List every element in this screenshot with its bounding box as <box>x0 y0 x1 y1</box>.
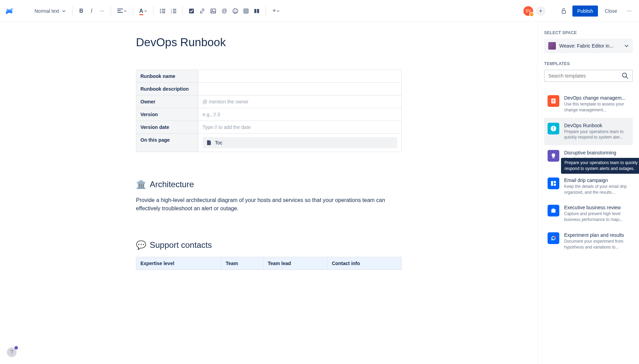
svg-rect-12 <box>244 9 248 13</box>
bold-button[interactable]: B <box>76 6 87 16</box>
close-button[interactable]: Close <box>601 6 621 17</box>
toc-label: Toc <box>215 140 223 145</box>
template-title: Email drip campaign <box>564 178 629 183</box>
version-placeholder[interactable]: e.g., 2.3 <box>198 108 402 121</box>
text-style-label: Normal text <box>35 8 59 14</box>
page-title[interactable]: DevOps Runbook <box>136 36 402 49</box>
select-space-label: SELECT SPACE <box>544 30 633 35</box>
insert-button[interactable]: + <box>269 6 282 16</box>
template-desc: Prepare your operations team to quickly … <box>564 129 629 141</box>
architecture-heading[interactable]: 🏛️ Architecture <box>136 180 402 189</box>
svg-point-16 <box>622 73 627 77</box>
confluence-logo <box>5 7 14 16</box>
bullet-list-button[interactable] <box>157 6 168 16</box>
col-expertise[interactable]: Expertise level <box>136 257 222 270</box>
templates-sidebar: SELECT SPACE Weave: Fabric Editor in... … <box>538 22 639 364</box>
more-actions-button[interactable]: ··· <box>624 6 634 16</box>
editor-area[interactable]: DevOps Runbook Runbook name Runbook desc… <box>0 22 538 364</box>
mention-button[interactable]: @ <box>219 6 230 16</box>
toc-macro[interactable]: Toc <box>203 137 397 148</box>
svg-rect-24 <box>554 184 556 186</box>
template-title: DevOps change managem... <box>564 95 629 101</box>
image-button[interactable] <box>208 6 219 16</box>
space-icon <box>548 42 556 50</box>
svg-point-1 <box>160 10 161 11</box>
notification-dot-icon <box>14 346 18 350</box>
template-item[interactable]: Executive business review Capture and pr… <box>544 200 633 228</box>
svg-rect-23 <box>554 181 556 183</box>
template-item[interactable]: DevOps Runbook Prepare your operations t… <box>544 118 633 145</box>
template-item[interactable]: Experiment plan and results Document you… <box>544 228 633 255</box>
template-icon <box>548 232 559 244</box>
link-button[interactable] <box>197 6 208 16</box>
col-contact-info[interactable]: Contact info <box>327 257 401 270</box>
label-owner[interactable]: Owner <box>136 95 198 108</box>
label-version-date[interactable]: Version date <box>136 121 198 134</box>
svg-rect-14 <box>257 9 259 13</box>
label-runbook-description[interactable]: Runbook description <box>136 83 198 95</box>
template-item[interactable]: Email drip campaign Keep the details of … <box>544 173 633 200</box>
runbook-info-table[interactable]: Runbook name Runbook description Owner@ … <box>136 70 402 152</box>
svg-point-28 <box>554 236 556 237</box>
svg-rect-25 <box>551 209 556 213</box>
version-date-placeholder[interactable]: Type // to add the date <box>198 121 402 134</box>
numbered-list-button[interactable]: 123 <box>168 6 179 16</box>
user-avatar[interactable]: SV <box>523 6 533 16</box>
svg-point-11 <box>236 10 237 11</box>
document-icon <box>207 140 212 145</box>
help-button[interactable]: ? <box>7 347 17 357</box>
editor-toolbar: Normal text B I ··· A 123 @ + <box>0 0 639 22</box>
template-title: Disruptive brainstorming <box>564 150 629 155</box>
template-desc: Keep the details of your email drip orga… <box>564 184 629 195</box>
architecture-body[interactable]: Provide a high-level architectural diagr… <box>136 196 402 213</box>
svg-point-20 <box>553 129 554 130</box>
template-icon <box>548 95 559 107</box>
text-style-dropdown[interactable]: Normal text <box>31 6 69 16</box>
label-runbook-name[interactable]: Runbook name <box>136 70 198 83</box>
space-selector[interactable]: Weave: Fabric Editor in... <box>544 39 633 53</box>
support-contacts-table[interactable]: Expertise level Team Team lead Contact i… <box>136 257 402 270</box>
layouts-button[interactable] <box>251 6 262 16</box>
template-desc: Use this template to assess your change … <box>564 101 629 113</box>
speech-bubble-icon: 💬 <box>136 240 146 250</box>
emoji-button[interactable] <box>230 6 241 16</box>
template-icon <box>548 205 559 216</box>
invite-button[interactable]: + <box>536 6 545 16</box>
restrictions-button[interactable] <box>558 6 570 16</box>
col-team-lead[interactable]: Team lead <box>263 257 327 270</box>
template-tooltip: Prepare your operations team to quickly … <box>561 158 639 174</box>
text-color-button[interactable]: A <box>137 6 150 16</box>
svg-rect-26 <box>552 209 554 210</box>
svg-rect-22 <box>551 181 553 186</box>
svg-rect-7 <box>211 9 216 13</box>
publish-button[interactable]: Publish <box>572 6 598 17</box>
template-desc: Document your experiment from hypothesis… <box>564 239 629 250</box>
owner-placeholder[interactable]: @ mention the owner <box>198 95 402 108</box>
svg-text:3: 3 <box>171 12 172 13</box>
support-contacts-heading[interactable]: 💬 Support contacts <box>136 240 402 250</box>
align-button[interactable] <box>115 6 129 16</box>
label-on-this-page[interactable]: On this page <box>136 134 198 152</box>
svg-rect-15 <box>562 11 566 13</box>
template-icon <box>548 150 559 162</box>
template-title: DevOps Runbook <box>564 123 629 128</box>
svg-rect-21 <box>552 158 554 158</box>
template-item[interactable]: DevOps change managem... Use this templa… <box>544 90 633 118</box>
table-button[interactable] <box>241 6 251 16</box>
template-icon <box>548 178 559 189</box>
template-search-input[interactable] <box>548 73 622 79</box>
template-title: Executive business review <box>564 205 629 210</box>
col-team[interactable]: Team <box>222 257 264 270</box>
templates-label: TEMPLATES <box>544 61 633 66</box>
label-version[interactable]: Version <box>136 108 198 121</box>
template-title: Experiment plan and results <box>564 232 629 238</box>
template-icon <box>548 123 559 134</box>
svg-point-9 <box>233 9 238 13</box>
svg-point-10 <box>234 10 235 11</box>
template-search[interactable] <box>544 70 633 82</box>
chevron-down-icon <box>625 44 629 48</box>
action-item-button[interactable] <box>186 6 197 16</box>
svg-rect-19 <box>553 127 554 129</box>
italic-button[interactable]: I <box>87 6 97 16</box>
more-formatting-button[interactable]: ··· <box>97 6 107 16</box>
